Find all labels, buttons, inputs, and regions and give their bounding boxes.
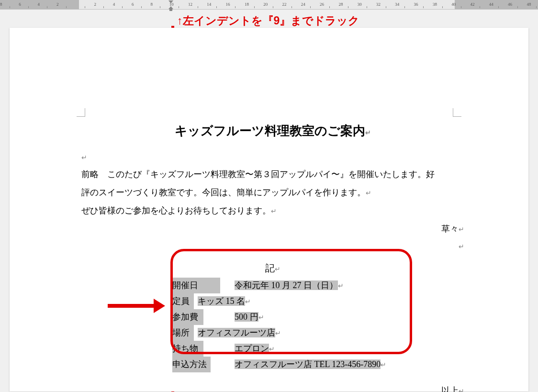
detail-row-place[interactable]: 場所オフィスフルーツ店↵ bbox=[172, 325, 464, 341]
margin-corner-tr bbox=[453, 108, 461, 117]
ruler-tick bbox=[442, 6, 443, 8]
ruler-number: 28 bbox=[338, 2, 343, 7]
ruler-number: 44 bbox=[489, 2, 493, 7]
ruler-number: 4 bbox=[38, 2, 40, 7]
detail-row-fee[interactable]: 参加費500 円↵ bbox=[172, 309, 464, 325]
left-indent-icon[interactable] bbox=[169, 9, 172, 11]
ruler-tick bbox=[348, 6, 348, 8]
ruler-number: 40 bbox=[451, 2, 456, 7]
ruler-number: 24 bbox=[301, 2, 305, 7]
ruler-tick bbox=[517, 6, 518, 8]
ruler-tick bbox=[141, 6, 142, 8]
ruler-tick bbox=[122, 6, 123, 8]
closing-line[interactable]: 草々↵ bbox=[81, 220, 464, 237]
ruler-number: 14 bbox=[207, 2, 211, 7]
ruler-number: 30 bbox=[358, 2, 362, 7]
ijyou-line[interactable]: 以上↵ bbox=[81, 382, 464, 392]
ruler-number: 42 bbox=[471, 2, 475, 7]
ruler-margin-right bbox=[455, 0, 538, 9]
ruler-tick bbox=[235, 6, 235, 8]
document-page[interactable]: キッズフルーツ料理教室のご案内↵ ↵ 前略 このたび『キッズフルーツ料理教室〜第… bbox=[10, 28, 528, 392]
ruler-number: 46 bbox=[508, 2, 512, 7]
ruler-number: 20 bbox=[263, 2, 268, 7]
body-line-3[interactable]: ぜひ皆様のご参加を心よりお待ちしております。↵ bbox=[81, 202, 464, 219]
ruler-tick bbox=[404, 6, 405, 8]
empty-line-2[interactable]: ↵ bbox=[81, 237, 464, 250]
margin-corner-tl bbox=[77, 108, 85, 117]
ruler-tick bbox=[498, 6, 499, 8]
ruler-tick bbox=[66, 6, 67, 8]
ruler-tick bbox=[480, 6, 480, 8]
ruler-tick bbox=[536, 6, 537, 8]
ruler-number: 18 bbox=[245, 2, 249, 7]
ruler-number: 6 bbox=[132, 2, 134, 7]
horizontal-ruler[interactable]: 8642246810121416182022242628303234363840… bbox=[0, 0, 538, 10]
ruler-tick bbox=[198, 6, 198, 8]
ruler-number: 16 bbox=[226, 2, 230, 7]
ruler-number: 8 bbox=[150, 2, 153, 7]
ruler-number: 12 bbox=[188, 2, 192, 7]
ruler-number: 2 bbox=[94, 2, 97, 7]
empty-line[interactable]: ↵ bbox=[81, 148, 464, 166]
detail-row-application[interactable]: 申込方法オフィスフルーツ店 TEL 123-456-7890↵ bbox=[172, 357, 464, 372]
ruler-tick bbox=[386, 6, 386, 8]
ruler-number: 48 bbox=[527, 2, 531, 7]
ruler-tick bbox=[47, 6, 47, 8]
highlight-arrow bbox=[108, 301, 165, 310]
ruler-number: 10 bbox=[169, 2, 174, 7]
detail-row-date[interactable]: 開催日令和元年 10 月 27 日（日）↵ bbox=[172, 278, 464, 293]
ruler-tick bbox=[85, 6, 85, 8]
body-line-2[interactable]: 評のスイーツづくり教室です。今回は、簡単にアップルパイを作ります。↵ bbox=[81, 184, 464, 201]
ruler-tick bbox=[10, 6, 10, 8]
ruler-tick bbox=[461, 6, 461, 8]
document-content[interactable]: キッズフルーツ料理教室のご案内↵ ↵ 前略 このたび『キッズフルーツ料理教室〜第… bbox=[81, 119, 464, 392]
document-title[interactable]: キッズフルーツ料理教室のご案内↵ bbox=[81, 119, 464, 144]
ruler-tick bbox=[179, 6, 179, 8]
ruler-tick bbox=[329, 6, 330, 8]
details-block[interactable]: 開催日令和元年 10 月 27 日（日）↵ 定員キッズ 15 名↵ 参加費500… bbox=[172, 278, 464, 372]
ruler-number: 34 bbox=[395, 2, 399, 7]
ruler-tick bbox=[423, 6, 424, 8]
ruler-tick bbox=[160, 6, 160, 8]
para-mark: ↵ bbox=[365, 129, 371, 136]
instruction-annotation: ↑左インデントを『9』までドラック bbox=[177, 13, 359, 28]
ruler-tick bbox=[310, 6, 311, 8]
ruler-tick bbox=[254, 6, 255, 8]
ruler-tick bbox=[28, 6, 29, 8]
ruler-number: 36 bbox=[414, 2, 418, 7]
ruler-tick bbox=[103, 6, 104, 8]
ruler-number: 6 bbox=[19, 2, 21, 7]
ki-heading[interactable]: 記↵ bbox=[81, 258, 464, 278]
ruler-number: 32 bbox=[376, 2, 381, 7]
detail-row-belongings[interactable]: 持ち物エプロン↵ bbox=[172, 341, 464, 357]
ruler-tick bbox=[273, 6, 273, 8]
ruler-number: 2 bbox=[56, 2, 59, 7]
ruler-tick bbox=[216, 6, 217, 8]
ruler-number: 26 bbox=[320, 2, 324, 7]
ruler-number: 22 bbox=[282, 2, 287, 7]
ruler-number: 8 bbox=[0, 2, 2, 7]
ruler-tick bbox=[291, 6, 292, 8]
ruler-number: 38 bbox=[433, 2, 437, 7]
ruler-number: 4 bbox=[113, 2, 115, 7]
detail-row-capacity[interactable]: 定員キッズ 15 名↵ bbox=[172, 293, 464, 309]
body-line-1[interactable]: 前略 このたび『キッズフルーツ料理教室〜第３回アップルパイ〜』を開催いたします。… bbox=[81, 166, 464, 183]
ruler-tick bbox=[367, 6, 367, 8]
